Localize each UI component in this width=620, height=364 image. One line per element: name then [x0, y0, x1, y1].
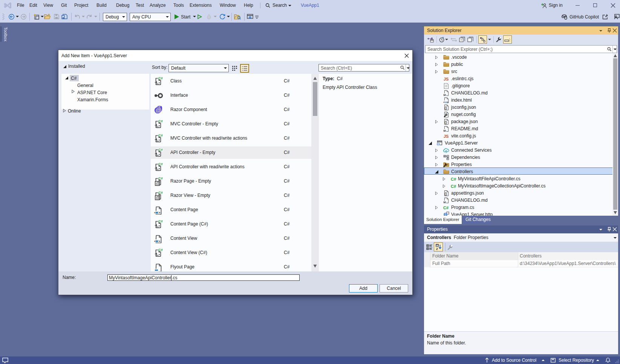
svg-text:Z: Z	[436, 247, 438, 251]
